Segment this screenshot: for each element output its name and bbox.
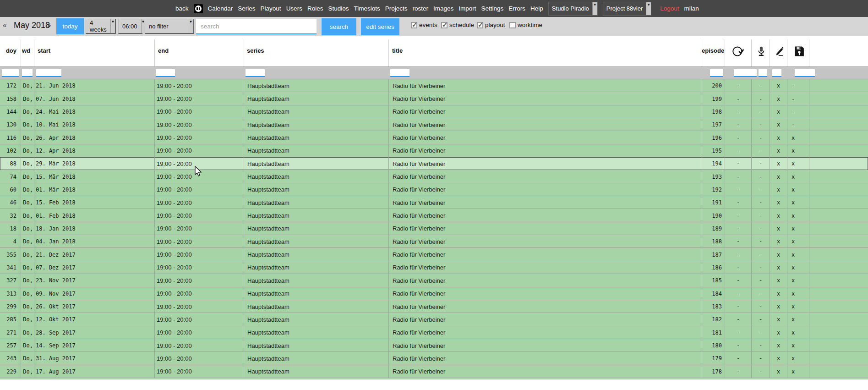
filter-input-mic[interactable]: [759, 69, 767, 77]
episode-row-198[interactable]: 144Do,24. Mai 201819:00 - 20:00Hauptstad…: [0, 105, 868, 118]
col-header-series[interactable]: series: [247, 47, 264, 54]
episode-row-196[interactable]: 116Do,26. Apr 201819:00 - 20:00Hauptstad…: [0, 131, 868, 144]
cell-title: Radio für Vierbeiner: [388, 274, 702, 287]
col-header-episode[interactable]: episode: [702, 47, 723, 54]
filter-input-wd[interactable]: [22, 69, 33, 77]
nav-item-import[interactable]: Import: [459, 5, 476, 12]
cell-doy: 144: [0, 105, 21, 118]
nav-item-help[interactable]: Help: [530, 5, 543, 12]
col-header-end[interactable]: end: [158, 47, 169, 54]
schedule-checkbox[interactable]: [441, 22, 448, 28]
cell-start: 01. Mär 2018: [34, 183, 154, 196]
prev-month-button[interactable]: «: [3, 21, 6, 29]
cell-title: Radio für Vierbeiner: [388, 131, 702, 144]
nav-item-calendar[interactable]: Calendar: [208, 5, 233, 12]
episode-row-183[interactable]: 299Do,26. Okt 201719:00 - 20:00Hauptstad…: [0, 300, 868, 313]
nav-item-roster[interactable]: roster: [412, 5, 428, 12]
search-button[interactable]: search: [322, 18, 356, 35]
nav-item-projects[interactable]: Projects: [385, 5, 408, 12]
episode-row-194[interactable]: 88Do,29. Mär 201819:00 - 20:00Hauptstadt…: [0, 157, 868, 170]
episode-row-193[interactable]: 74Do,15. Mär 201819:00 - 20:00Hauptstadt…: [0, 170, 868, 183]
cell-title: Radio für Vierbeiner: [388, 144, 702, 157]
cell-episode: 187: [702, 248, 725, 261]
nav-item-settings[interactable]: Settings: [481, 5, 504, 12]
filter-input-episode[interactable]: [710, 69, 723, 77]
search-input[interactable]: [196, 19, 317, 34]
nav-item-errors[interactable]: Errors: [508, 5, 525, 12]
nav-item-playout[interactable]: Playout: [261, 5, 281, 12]
nav-item-studios[interactable]: Studios: [328, 5, 349, 12]
nav-item-images[interactable]: Images: [433, 5, 453, 12]
episode-row-180[interactable]: 257Do,14. Sep 201719:00 - 20:00Hauptstad…: [0, 339, 868, 352]
filter-input-doy[interactable]: [2, 69, 19, 77]
episode-row-184[interactable]: 313Do,09. Nov 201719:00 - 20:00Hauptstad…: [0, 287, 868, 300]
weeks-range-select[interactable]: 4 weeks ▼: [86, 19, 116, 34]
episode-row-189[interactable]: 18Do,18. Jan 201819:00 - 20:00Hauptstadt…: [0, 222, 868, 235]
filter-input-save[interactable]: [795, 69, 815, 77]
episode-row-200[interactable]: 172Do,21. Jun 201819:00 - 20:00Hauptstad…: [0, 79, 868, 92]
cell-mic: -: [751, 248, 770, 261]
cell-title: Radio für Vierbeiner: [388, 352, 702, 365]
column-filter-row: [0, 66, 868, 79]
filter-input-rerun[interactable]: [734, 69, 757, 77]
save-icon[interactable]: [793, 45, 806, 60]
back-link[interactable]: back: [175, 5, 189, 12]
logout-link[interactable]: Logout: [660, 5, 679, 12]
microphone-icon[interactable]: [755, 45, 767, 60]
filter-input-series[interactable]: [246, 69, 265, 77]
col-header-doy[interactable]: doy: [0, 47, 16, 54]
cell-rerun: -: [725, 339, 751, 352]
cell-start: 29. Mär 2018: [34, 157, 154, 170]
project-selector[interactable]: Project 88vier ▼: [603, 2, 651, 16]
episode-row-181[interactable]: 271Do,28. Sep 201719:00 - 20:00Hauptstad…: [0, 326, 868, 339]
chevron-down-icon[interactable]: ▼: [188, 19, 193, 33]
episode-row-192[interactable]: 60Do,01. Mär 201819:00 - 20:00Hauptstadt…: [0, 183, 868, 196]
nav-item-series[interactable]: Series: [238, 5, 255, 12]
filter-input-end[interactable]: [156, 69, 175, 77]
cell-doy: 243: [0, 352, 21, 365]
filter-input-edit[interactable]: [772, 69, 781, 77]
rerun-icon[interactable]: [732, 45, 744, 60]
episode-row-188[interactable]: 4Do,04. Jan 201819:00 - 20:00Hauptstadtt…: [0, 235, 868, 248]
filter-input-title[interactable]: [390, 69, 409, 77]
col-header-start[interactable]: start: [38, 47, 50, 54]
episode-row-197[interactable]: 130Do,10. Mai 201819:00 - 20:00Hauptstad…: [0, 118, 868, 131]
chevron-down-icon[interactable]: ▼: [646, 2, 651, 15]
episode-row-185[interactable]: 327Do,23. Nov 201719:00 - 20:00Hauptstad…: [0, 274, 868, 287]
cell-edit: x: [770, 157, 787, 170]
playout-checkbox[interactable]: [477, 22, 483, 28]
episode-row-178[interactable]: 229Do,17. Aug 201719:00 - 20:00Hauptstad…: [0, 365, 868, 378]
filter-select[interactable]: no filter ▼: [145, 19, 194, 34]
nav-item-users[interactable]: Users: [286, 5, 302, 12]
chevron-down-icon[interactable]: ▼: [592, 2, 597, 15]
nav-item-timeslots[interactable]: Timeslots: [354, 5, 380, 12]
episode-row-186[interactable]: 341Do,07. Dez 201719:00 - 20:00Hauptstad…: [0, 261, 868, 274]
episode-row-190[interactable]: 32Do,01. Feb 201819:00 - 20:00Hauptstadt…: [0, 209, 868, 222]
worktime-checkbox[interactable]: [509, 22, 516, 28]
filter-input-start[interactable]: [36, 69, 61, 77]
col-header-title[interactable]: title: [392, 47, 403, 54]
next-month-button[interactable]: »: [47, 21, 51, 29]
episode-row-179[interactable]: 243Do,31. Aug 201719:00 - 20:00Hauptstad…: [0, 352, 868, 365]
col-header-wd[interactable]: wd: [22, 47, 30, 54]
cell-title: Radio für Vierbeiner: [388, 79, 702, 92]
episode-row-191[interactable]: 46Do,15. Feb 201819:00 - 20:00Hauptstadt…: [0, 196, 868, 209]
cell-mic: -: [751, 209, 770, 222]
pause-circle-logo-icon[interactable]: [194, 4, 203, 13]
cell-mic: -: [751, 196, 770, 209]
today-button[interactable]: today: [56, 18, 84, 34]
chevron-down-icon[interactable]: ▼: [110, 19, 115, 33]
nav-item-roles[interactable]: Roles: [307, 5, 323, 12]
episode-row-195[interactable]: 102Do,12. Apr 201819:00 - 20:00Hauptstad…: [0, 144, 868, 157]
pencil-icon[interactable]: [774, 45, 786, 60]
day-start-time-select[interactable]: 06:00 ▼: [118, 19, 142, 34]
cell-start: 15. Feb 2018: [34, 196, 154, 209]
events-checkbox[interactable]: [411, 22, 417, 28]
episode-row-182[interactable]: 285Do,12. Okt 201719:00 - 20:00Hauptstad…: [0, 313, 868, 326]
edit-series-button[interactable]: edit series: [361, 18, 399, 35]
episode-row-199[interactable]: 158Do,07. Jun 201819:00 - 20:00Hauptstad…: [0, 92, 868, 105]
checkbox-group-worktime: worktime: [509, 22, 542, 28]
cell-end: 19:00 - 20:00: [154, 92, 244, 105]
episode-row-187[interactable]: 355Do,21. Dez 201719:00 - 20:00Hauptstad…: [0, 248, 868, 261]
studio-selector[interactable]: Studio Piradio ▼: [548, 2, 598, 16]
